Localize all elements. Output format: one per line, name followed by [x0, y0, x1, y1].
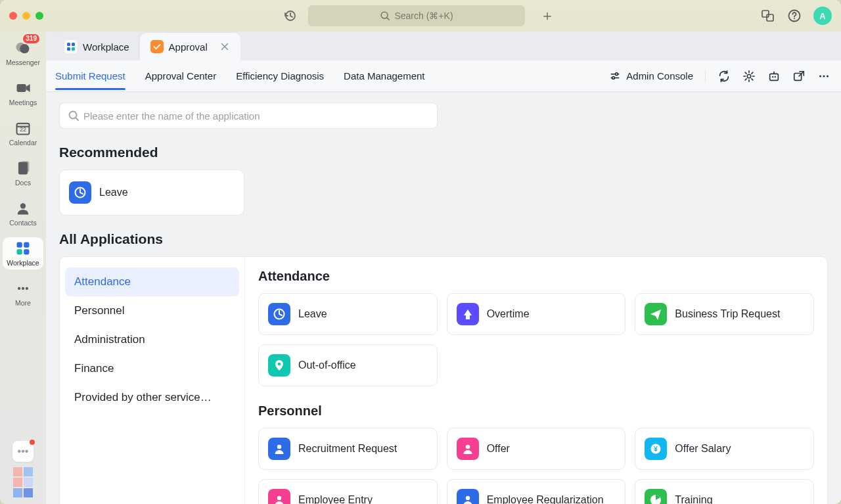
workplace-tab-icon [64, 40, 78, 53]
app-card-employee-entry[interactable]: Employee Entry [258, 479, 438, 504]
app-card-offer[interactable]: Offer [447, 428, 626, 470]
global-search-placeholder: Search (⌘+K) [394, 11, 453, 21]
app-search-input[interactable] [83, 110, 429, 122]
app-label: Out-of-office [298, 359, 356, 371]
category-provided-by-other-service-[interactable]: Provided by other service… [65, 383, 239, 412]
window-maximize[interactable] [35, 12, 43, 20]
rail-workplace[interactable]: Workplace [3, 237, 43, 269]
rail-apps-menu[interactable]: ••• [12, 441, 34, 462]
section-title-personnel: Personnel [258, 403, 814, 419]
all-applications-title: All Applications [59, 231, 828, 247]
svg-rect-45 [67, 43, 70, 46]
tab-close-icon[interactable] [219, 41, 230, 52]
app-card-training[interactable]: Training [635, 479, 814, 504]
app-label: Employee Regularization [487, 494, 604, 504]
app-card-recruitment-request[interactable]: Recruitment Request [258, 428, 438, 470]
help-icon[interactable] [787, 9, 802, 23]
app-icon [645, 303, 667, 325]
app-icon [268, 489, 290, 504]
category-attendance[interactable]: Attendance [65, 267, 239, 296]
sliders-icon [609, 70, 621, 82]
category-finance[interactable]: Finance [65, 354, 239, 383]
search-icon [68, 110, 80, 122]
rail-docs[interactable]: Docs [3, 157, 43, 189]
rail-meetings[interactable]: Meetings [3, 77, 43, 109]
all-applications-panel: AttendancePersonnelAdministrationFinance… [59, 256, 828, 504]
recommended-title: Recommended [59, 145, 828, 160]
window-minimize[interactable] [22, 12, 30, 20]
rail-calendar[interactable]: 22 Calendar [3, 117, 43, 149]
svg-rect-44 [24, 249, 29, 254]
rail-more[interactable]: More [3, 277, 43, 309]
svg-rect-47 [67, 47, 70, 51]
subnav-submit-request[interactable]: Submit Request [55, 62, 125, 89]
history-icon[interactable] [283, 9, 296, 22]
more-icon[interactable] [817, 70, 830, 83]
app-label: Overtime [487, 308, 530, 320]
subnav-data-management[interactable]: Data Management [344, 62, 424, 89]
app-search[interactable] [59, 103, 438, 129]
left-rail: 319 Messenger Meetings 22 Calendar Docs … [0, 32, 46, 504]
global-search[interactable]: Search (⌘+K) [308, 5, 525, 26]
subnav-approval-center[interactable]: Approval Center [145, 62, 216, 89]
app-label: Leave [99, 187, 128, 198]
category-personnel[interactable]: Personnel [65, 296, 239, 325]
app-card-out-of-office[interactable]: Out-of-office [258, 344, 438, 386]
avatar[interactable]: A [813, 7, 832, 25]
app-label: Training [675, 494, 712, 504]
app-icon [457, 438, 479, 460]
app-label: Leave [298, 308, 327, 320]
settings-icon[interactable] [742, 70, 756, 83]
reco-card-leave[interactable]: Leave [59, 170, 244, 216]
app-icon [645, 489, 667, 504]
svg-rect-42 [24, 242, 29, 248]
translate-icon[interactable] [761, 9, 775, 23]
svg-rect-41 [17, 242, 22, 248]
section-title-attendance: Attendance [258, 269, 814, 284]
app-label: Business Trip Request [675, 308, 780, 320]
app-label: Offer Salary [675, 443, 731, 455]
app-card-leave[interactable]: Leave [258, 293, 438, 335]
rail-contacts[interactable]: Contacts [3, 197, 43, 229]
app-icon [268, 354, 290, 377]
window-controls [9, 12, 43, 20]
rail-messenger[interactable]: 319 Messenger [3, 37, 43, 69]
app-label: Offer [487, 443, 510, 455]
svg-rect-46 [72, 43, 75, 46]
subnav-efficiency-diagnosis[interactable]: Efficiency Diagnosis [236, 62, 324, 89]
app-card-overtime[interactable]: Overtime [447, 293, 626, 335]
app-card-business-trip-request[interactable]: Business Trip Request [635, 293, 814, 335]
refresh-icon[interactable] [717, 70, 731, 83]
app-window: Search (⌘+K) ＋ A 319 Messenger Meetings … [0, 0, 841, 504]
svg-rect-43 [17, 249, 22, 254]
app-icon [268, 438, 290, 460]
category-administration[interactable]: Administration [65, 325, 239, 354]
search-icon [380, 11, 390, 21]
app-label: Recruitment Request [298, 443, 397, 455]
tab-workplace[interactable]: Workplace [54, 33, 140, 60]
tab-strip: Workplace Approval [46, 32, 841, 60]
window-close[interactable] [9, 12, 17, 20]
app-icon [69, 181, 91, 204]
app-card-employee-regularization[interactable]: Employee Regularization [447, 479, 626, 504]
popout-icon[interactable] [792, 70, 806, 83]
app-icon [457, 303, 479, 325]
titlebar: Search (⌘+K) ＋ A [0, 0, 841, 32]
subnav: Submit Request Approval Center Efficienc… [46, 60, 841, 92]
app-icon [645, 438, 667, 460]
robot-icon[interactable] [767, 70, 781, 83]
app-icon [457, 489, 479, 504]
app-grid-area: AttendanceLeaveOvertimeBusiness Trip Req… [245, 257, 827, 504]
app-icon [268, 303, 290, 325]
app-card-offer-salary[interactable]: Offer Salary [635, 428, 814, 470]
approval-tab-icon [150, 40, 164, 53]
new-button[interactable]: ＋ [537, 5, 558, 26]
tab-approval[interactable]: Approval [140, 33, 240, 60]
messenger-badge: 319 [23, 34, 39, 43]
category-list: AttendancePersonnelAdministrationFinance… [60, 257, 245, 504]
svg-rect-48 [72, 47, 75, 51]
rail-minigrid [13, 467, 33, 497]
admin-console-link[interactable]: Admin Console [609, 70, 693, 82]
content-area: Recommended Leave All Applications Atten… [46, 92, 841, 504]
app-label: Employee Entry [298, 494, 373, 504]
